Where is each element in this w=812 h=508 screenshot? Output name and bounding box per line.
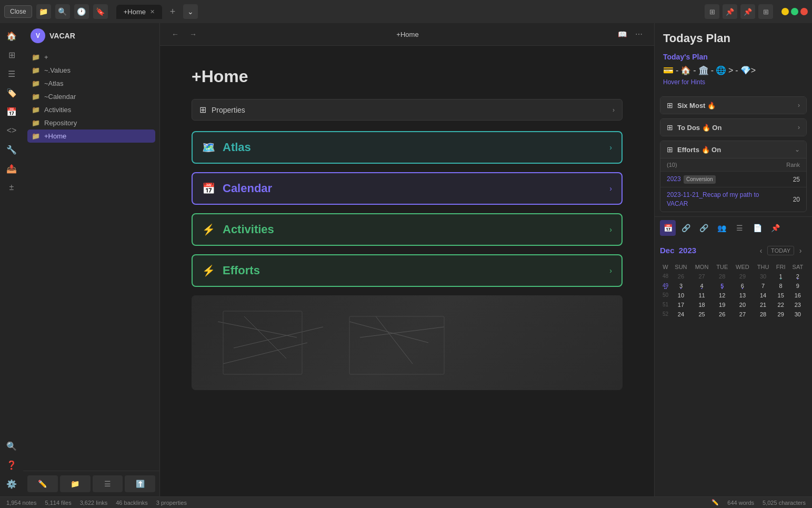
calendar-day[interactable]: 4 — [691, 281, 713, 291]
calendar-day[interactable]: 15 — [773, 291, 789, 300]
sidebar-item-calendar[interactable]: 📁 ~Calendar — [27, 90, 155, 103]
calendar-day[interactable]: 27 — [731, 310, 753, 319]
link-tool-button[interactable]: 🔗 — [678, 220, 694, 236]
calendar-day[interactable]: 8 — [773, 281, 789, 291]
sidebar-toggle-icon[interactable]: ⊞ — [705, 4, 719, 19]
calendar-day[interactable]: 17 — [671, 300, 691, 310]
tab-close-icon[interactable]: ✕ — [150, 8, 155, 15]
calendar-day[interactable]: 28 — [713, 272, 731, 281]
close-button[interactable]: Close — [4, 5, 32, 18]
calendar-day[interactable]: 30 — [789, 310, 807, 319]
reading-mode-icon[interactable]: 📖 — [615, 27, 629, 41]
efforts-section-card[interactable]: ⚡ Efforts › — [192, 254, 623, 287]
minimize-button[interactable] — [781, 8, 789, 15]
pin-icon[interactable]: 📌 — [723, 4, 737, 19]
calendar-day[interactable]: 26 — [671, 272, 691, 281]
calendar-day[interactable]: 23 — [789, 300, 807, 310]
new-tab-button[interactable]: + — [166, 5, 179, 18]
calendar-next-button[interactable]: › — [794, 244, 807, 257]
settings-rail-icon[interactable]: ⚙️ — [3, 475, 20, 492]
edit-note-button[interactable]: ✏️ — [27, 475, 58, 492]
pin2-icon[interactable]: 📌 — [740, 4, 755, 19]
calendar-day[interactable]: 30 — [754, 272, 773, 281]
hover-hint[interactable]: Hover for Hints — [663, 78, 804, 86]
plugin-rail-icon[interactable]: 🔧 — [3, 141, 20, 158]
link2-tool-button[interactable]: 🔗 — [696, 220, 711, 236]
calendar-day[interactable]: 10 — [671, 291, 691, 300]
calendar-day[interactable]: 27 — [691, 272, 713, 281]
calendar-day[interactable]: 1 — [773, 272, 789, 281]
list-rail-icon[interactable]: ☰ — [3, 65, 20, 82]
current-tab[interactable]: +Home ✕ — [116, 5, 162, 19]
window-close-button[interactable] — [800, 8, 808, 15]
bookmark-icon[interactable]: 🔖 — [93, 4, 108, 19]
help-rail-icon[interactable]: ❓ — [3, 456, 20, 473]
sidebar-item-atlas[interactable]: 📁 ~Atlas — [27, 77, 155, 90]
diff-rail-icon[interactable]: ± — [3, 179, 20, 196]
dropdown-icon[interactable]: ⌄ — [183, 4, 198, 19]
six-most-header[interactable]: ⊞ Six Most 🔥 › — [660, 97, 806, 114]
tag-rail-icon[interactable]: 🏷️ — [3, 84, 20, 101]
sidebar-item-repository[interactable]: 📁 Repository — [27, 116, 155, 130]
list-tool-button[interactable]: ☰ — [731, 220, 747, 236]
calendar-section-card[interactable]: 📅 Calendar › — [192, 172, 623, 205]
efforts-row-2-link[interactable]: 2023-11-21_Recap of my path to VACAR — [667, 191, 768, 208]
calendar-rail-icon[interactable]: 📅 — [3, 103, 20, 120]
publish-rail-icon[interactable]: 📤 — [3, 160, 20, 177]
calendar-prev-button[interactable]: ‹ — [755, 244, 767, 257]
calendar-day[interactable]: 2 — [789, 272, 807, 281]
more-options-icon[interactable]: ⋯ — [632, 27, 646, 41]
calendar-day[interactable]: 9 — [789, 281, 807, 291]
calendar-day[interactable]: 13 — [731, 291, 753, 300]
calendar-day[interactable]: 28 — [754, 310, 773, 319]
grid-icon[interactable]: ⊞ — [758, 4, 773, 19]
calendar-day[interactable]: 3 — [671, 281, 691, 291]
calendar-day[interactable]: 20 — [731, 300, 753, 310]
calendar-day[interactable]: 7 — [754, 281, 773, 291]
efforts-row-1[interactable]: 2023 Conversion 25 — [660, 171, 806, 187]
table-rail-icon[interactable]: ⊞ — [3, 46, 20, 63]
open-folder-button[interactable]: 📁 — [60, 475, 91, 492]
properties-bar[interactable]: ⊞ Properties › — [192, 99, 623, 121]
calendar-day[interactable]: 25 — [691, 310, 713, 319]
calendar-day[interactable]: 29 — [731, 272, 753, 281]
calendar-day[interactable]: 11 — [691, 291, 713, 300]
search-icon[interactable]: 🔍 — [55, 4, 70, 19]
expand-button[interactable]: ⬆️ — [125, 475, 155, 492]
sidebar-item-plus[interactable]: 📁 + — [27, 51, 155, 64]
calendar-day[interactable]: 26 — [713, 310, 731, 319]
people-tool-button[interactable]: 👥 — [714, 220, 729, 236]
sort-button[interactable]: ☰ — [93, 475, 123, 492]
calendar-day[interactable]: 16 — [789, 291, 807, 300]
code-rail-icon[interactable]: <> — [3, 122, 20, 139]
sidebar-item-activities[interactable]: 📁 Activities — [27, 103, 155, 116]
efforts-row-1-link[interactable]: 2023 Conversion — [667, 175, 768, 184]
calendar-day[interactable]: 18 — [691, 300, 713, 310]
todos-header[interactable]: ⊞ To Dos 🔥 On › — [660, 119, 806, 136]
search2-rail-icon[interactable]: 🔍 — [3, 437, 20, 454]
sidebar-item-home[interactable]: 📁 +Home — [27, 130, 155, 143]
home-rail-icon[interactable]: 🏠 — [3, 27, 20, 44]
calendar-day[interactable]: 29 — [773, 310, 789, 319]
activities-section-card[interactable]: ⚡ Activities › — [192, 213, 623, 246]
pin-tool-button[interactable]: 📌 — [767, 220, 783, 236]
efforts-row-2[interactable]: 2023-11-21_Recap of my path to VACAR 20 — [660, 187, 806, 212]
doc-tool-button[interactable]: 📄 — [749, 220, 765, 236]
calendar-day[interactable]: 12 — [713, 291, 731, 300]
sidebar-item-values[interactable]: 📁 ~.Values — [27, 64, 155, 77]
back-button[interactable]: ← — [168, 27, 182, 41]
calendar-today-button[interactable]: TODAY — [767, 246, 794, 255]
atlas-section-card[interactable]: 🗺️ Atlas › — [192, 131, 623, 164]
calendar-day[interactable]: 22 — [773, 300, 789, 310]
history-icon[interactable]: 🕐 — [74, 4, 89, 19]
maximize-button[interactable] — [791, 8, 798, 15]
calendar-tool-button[interactable]: 📅 — [660, 220, 676, 236]
calendar-day[interactable]: 5 — [713, 281, 731, 291]
calendar-day[interactable]: 6 — [731, 281, 753, 291]
efforts-header[interactable]: ⊞ Efforts 🔥 On ⌄ — [660, 141, 806, 158]
calendar-day[interactable]: 14 — [754, 291, 773, 300]
forward-button[interactable]: → — [186, 27, 200, 41]
calendar-day[interactable]: 19 — [713, 300, 731, 310]
folder-icon[interactable]: 📁 — [36, 4, 51, 19]
todays-plan-link[interactable]: Today's Plan — [663, 53, 804, 61]
